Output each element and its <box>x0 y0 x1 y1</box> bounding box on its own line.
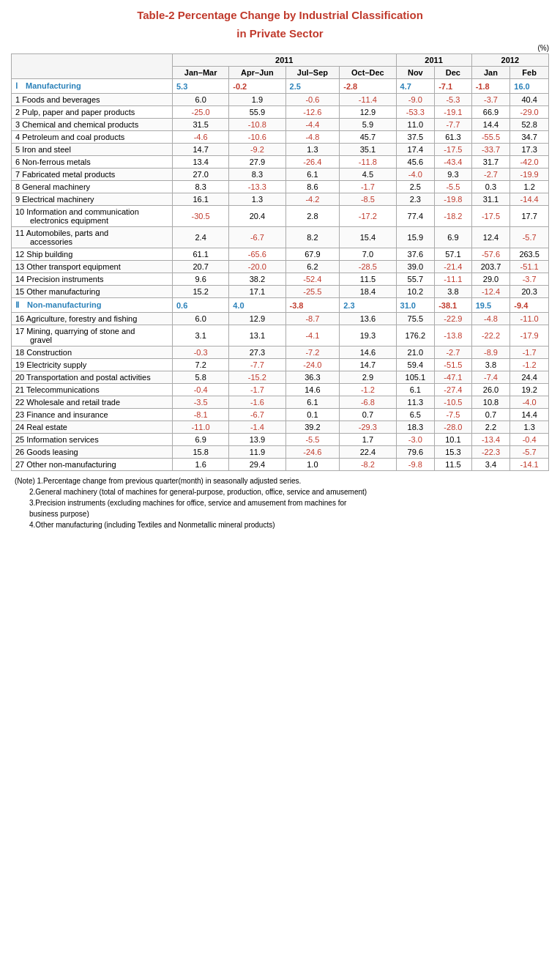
row-label-24: 23 Finance and insurance <box>12 409 173 421</box>
cell-r28-c2: 1.0 <box>285 459 340 471</box>
cell-r5-c3: 35.1 <box>340 144 396 156</box>
cell-r3-c6: 14.4 <box>471 119 510 131</box>
cell-r17-c1: 12.9 <box>229 313 285 325</box>
cell-r0-c5: -7.1 <box>435 79 472 94</box>
cell-r16-c7: -9.4 <box>510 298 549 313</box>
cell-r21-c0: 5.8 <box>173 371 229 384</box>
main-table: 2011 2011 2012 Jan–Mar Apr–Jun Jul–Sep O… <box>11 53 549 471</box>
cell-r16-c5: -38.1 <box>435 298 472 313</box>
cell-r4-c7: 34.7 <box>510 131 549 144</box>
cell-r19-c0: -0.3 <box>173 347 229 359</box>
cell-r3-c5: -7.7 <box>435 119 472 131</box>
cell-r8-c2: 8.6 <box>285 181 340 193</box>
cell-r10-c6: -17.5 <box>471 206 510 227</box>
cell-r13-c3: -28.5 <box>340 261 396 273</box>
cell-r14-c2: -52.4 <box>285 273 340 286</box>
row-label-28: 27 Other non-manufacturing <box>12 459 173 471</box>
cell-r7-c7: -19.9 <box>510 168 549 181</box>
cell-r9-c0: 16.1 <box>173 193 229 206</box>
cell-r23-c7: -4.0 <box>510 396 549 409</box>
row-label-25: 24 Real estate <box>12 421 173 434</box>
cell-r2-c0: -25.0 <box>173 106 229 119</box>
cell-r22-c5: -27.4 <box>435 384 472 396</box>
cell-r2-c5: -19.1 <box>435 106 472 119</box>
cell-r14-c1: 38.2 <box>229 273 285 286</box>
row-label-21: 20 Transportation and postal activities <box>12 371 173 384</box>
cell-r8-c6: 0.3 <box>471 181 510 193</box>
cell-r15-c0: 15.2 <box>173 286 229 298</box>
cell-r1-c7: 40.4 <box>510 94 549 106</box>
cell-r11-c0: 2.4 <box>173 227 229 248</box>
cell-r3-c2: -4.4 <box>285 119 340 131</box>
cell-r11-c4: 15.9 <box>396 227 435 248</box>
cell-r15-c5: 3.8 <box>435 286 472 298</box>
cell-r25-c6: 2.2 <box>471 421 510 434</box>
cell-r9-c1: 1.3 <box>229 193 285 206</box>
cell-r27-c2: -24.6 <box>285 446 340 459</box>
cell-r17-c5: -22.9 <box>435 313 472 325</box>
col-header-2011: 2011 <box>173 54 397 67</box>
col-oct-dec: Oct–Dec <box>340 67 396 79</box>
cell-r27-c0: 15.8 <box>173 446 229 459</box>
cell-r0-c7: 16.0 <box>510 79 549 94</box>
cell-r15-c3: 18.4 <box>340 286 396 298</box>
cell-r10-c7: 17.7 <box>510 206 549 227</box>
cell-r20-c6: 3.8 <box>471 359 510 371</box>
cell-r28-c7: -14.1 <box>510 459 549 471</box>
cell-r18-c2: -4.1 <box>285 325 340 347</box>
cell-r24-c6: 0.7 <box>471 409 510 421</box>
cell-r13-c1: -20.0 <box>229 261 285 273</box>
cell-r26-c6: -13.4 <box>471 434 510 446</box>
cell-r5-c1: -9.2 <box>229 144 285 156</box>
cell-r28-c3: -8.2 <box>340 459 396 471</box>
cell-r23-c5: -10.5 <box>435 396 472 409</box>
cell-r23-c6: 10.8 <box>471 396 510 409</box>
cell-r18-c5: -13.8 <box>435 325 472 347</box>
cell-r13-c2: 6.2 <box>285 261 340 273</box>
cell-r21-c2: 36.3 <box>285 371 340 384</box>
cell-r10-c5: -18.2 <box>435 206 472 227</box>
cell-r14-c7: -3.7 <box>510 273 549 286</box>
cell-r7-c0: 27.0 <box>173 168 229 181</box>
cell-r21-c1: -15.2 <box>229 371 285 384</box>
cell-r19-c7: -1.7 <box>510 347 549 359</box>
row-label-14: 14 Precision instruments <box>12 273 173 286</box>
cell-r26-c3: 1.7 <box>340 434 396 446</box>
cell-r18-c4: 176.2 <box>396 325 435 347</box>
row-label-9: 9 Electrical machinery <box>12 193 173 206</box>
cell-r23-c1: -1.6 <box>229 396 285 409</box>
col-jul-sep: Jul–Sep <box>285 67 340 79</box>
cell-r16-c4: 31.0 <box>396 298 435 313</box>
cell-r23-c3: -6.8 <box>340 396 396 409</box>
cell-r18-c0: 3.1 <box>173 325 229 347</box>
cell-r22-c6: 26.0 <box>471 384 510 396</box>
cell-r27-c3: 22.4 <box>340 446 396 459</box>
cell-r22-c1: -1.7 <box>229 384 285 396</box>
cell-r10-c3: -17.2 <box>340 206 396 227</box>
cell-r0-c1: -0.2 <box>229 79 285 94</box>
row-label-5: 5 Iron and steel <box>12 144 173 156</box>
cell-r1-c1: 1.9 <box>229 94 285 106</box>
cell-r4-c6: -55.5 <box>471 131 510 144</box>
cell-r12-c0: 61.1 <box>173 248 229 261</box>
cell-r25-c2: 39.2 <box>285 421 340 434</box>
cell-r12-c4: 37.6 <box>396 248 435 261</box>
cell-r11-c7: -5.7 <box>510 227 549 248</box>
cell-r20-c2: -24.0 <box>285 359 340 371</box>
cell-r3-c3: 5.9 <box>340 119 396 131</box>
cell-r19-c6: -8.9 <box>471 347 510 359</box>
note-1: 2.General machinery (total of machines f… <box>15 486 549 497</box>
cell-r17-c0: 6.0 <box>173 313 229 325</box>
cell-r4-c5: 61.3 <box>435 131 472 144</box>
cell-r11-c1: -6.7 <box>229 227 285 248</box>
cell-r9-c5: -19.8 <box>435 193 472 206</box>
cell-r3-c1: -10.8 <box>229 119 285 131</box>
cell-r21-c3: 2.9 <box>340 371 396 384</box>
cell-r17-c3: 13.6 <box>340 313 396 325</box>
cell-r23-c4: 11.3 <box>396 396 435 409</box>
cell-r10-c2: 2.8 <box>285 206 340 227</box>
cell-r9-c3: -8.5 <box>340 193 396 206</box>
note-0: (Note) 1.Percentage change from previous… <box>15 475 549 486</box>
cell-r14-c4: 55.7 <box>396 273 435 286</box>
note-3: business purpose) <box>15 508 549 519</box>
